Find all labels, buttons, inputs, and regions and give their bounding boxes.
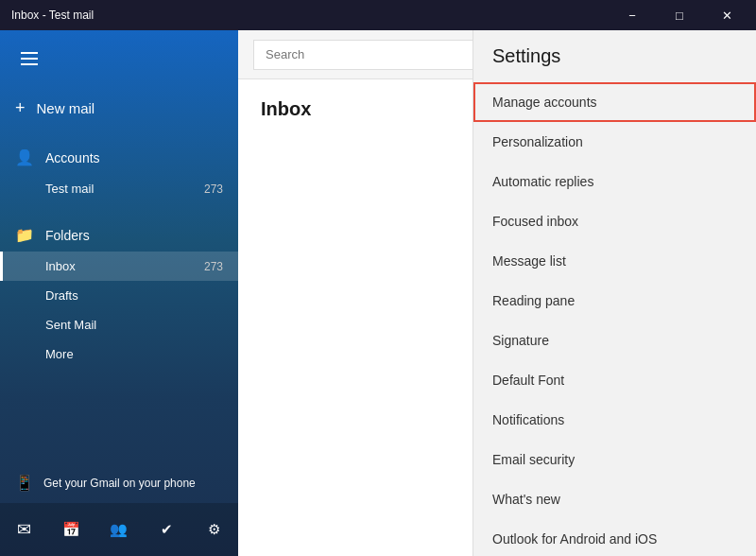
people-tab-button[interactable]: 👥 <box>96 507 142 552</box>
close-button[interactable]: ✕ <box>705 0 748 30</box>
title-bar: Inbox - Test mail − □ ✕ <box>0 0 756 30</box>
new-mail-button[interactable]: + New mail <box>0 83 238 133</box>
window-controls: − □ ✕ <box>610 0 748 30</box>
settings-whats-new[interactable]: What's new <box>473 479 756 519</box>
settings-reading-pane[interactable]: Reading pane <box>473 281 756 321</box>
settings-tab-button[interactable]: ⚙ <box>192 507 237 552</box>
folder-more-label: More <box>45 347 74 361</box>
mail-icon: ✉ <box>17 519 31 540</box>
hamburger-line-2 <box>21 58 38 60</box>
plus-icon: + <box>15 98 26 118</box>
phone-icon: 📱 <box>15 474 34 492</box>
app-body: + New mail 👤 Accounts Test mail 273 📁 Fo… <box>0 30 756 556</box>
new-mail-label: New mail <box>37 100 95 116</box>
folder-inbox-label: Inbox <box>45 259 76 273</box>
folder-icon: 📁 <box>15 226 34 244</box>
window-title: Inbox - Test mail <box>8 9 94 22</box>
settings-manage-accounts[interactable]: Manage accounts <box>473 82 756 122</box>
people-icon: 👥 <box>110 521 128 538</box>
folders-label: Folders <box>45 228 90 243</box>
accounts-label: Accounts <box>45 150 100 165</box>
settings-notifications[interactable]: Notifications <box>473 400 756 440</box>
folder-inbox[interactable]: Inbox 273 <box>0 252 238 281</box>
tasks-tab-button[interactable]: ✔ <box>144 507 189 552</box>
account-badge: 273 <box>204 182 223 196</box>
settings-email-security[interactable]: Email security <box>473 440 756 479</box>
folder-drafts[interactable]: Drafts <box>0 281 238 310</box>
sidebar-toolbar: ✉ 📅 👥 ✔ ⚙ <box>0 503 238 556</box>
gmail-promo-label: Get your Gmail on your phone <box>43 477 196 490</box>
hamburger-line-1 <box>21 52 38 54</box>
settings-list: Manage accounts Personalization Automati… <box>473 82 756 556</box>
settings-title: Settings <box>473 30 756 82</box>
gmail-promo[interactable]: 📱 Get your Gmail on your phone <box>0 462 238 503</box>
settings-focused-inbox[interactable]: Focused inbox <box>473 201 756 241</box>
folder-sent-label: Sent Mail <box>45 318 96 332</box>
sidebar: + New mail 👤 Accounts Test mail 273 📁 Fo… <box>0 30 238 556</box>
calendar-icon: 📅 <box>62 521 80 538</box>
tasks-icon: ✔ <box>161 521 173 538</box>
accounts-header: 👤 Accounts <box>0 141 238 174</box>
folders-header: 📁 Folders <box>0 218 238 252</box>
account-item-testmail[interactable]: Test mail 273 <box>0 174 238 203</box>
accounts-section: 👤 Accounts Test mail 273 <box>0 133 238 211</box>
settings-automatic-replies[interactable]: Automatic replies <box>473 162 756 201</box>
settings-personalization[interactable]: Personalization <box>473 122 756 162</box>
settings-signature[interactable]: Signature <box>473 321 756 360</box>
minimize-button[interactable]: − <box>610 0 654 30</box>
main-content: Inbox Settings Manage accounts Personali… <box>238 30 756 556</box>
person-icon: 👤 <box>15 148 34 166</box>
settings-outlook-mobile[interactable]: Outlook for Android and iOS <box>473 519 756 556</box>
settings-default-font[interactable]: Default Font <box>473 360 756 400</box>
folder-drafts-label: Drafts <box>45 288 78 303</box>
folder-sent[interactable]: Sent Mail <box>0 310 238 339</box>
folders-section: 📁 Folders Inbox 273 Drafts Sent Mail Mor… <box>0 211 238 376</box>
sidebar-top <box>0 30 238 83</box>
settings-icon: ⚙ <box>208 521 220 538</box>
settings-panel: Settings Manage accounts Personalization… <box>472 30 756 556</box>
folder-inbox-badge: 273 <box>204 260 223 273</box>
hamburger-button[interactable] <box>15 42 49 76</box>
account-name: Test mail <box>45 182 94 196</box>
mail-tab-button[interactable]: ✉ <box>1 507 46 552</box>
folder-more[interactable]: More <box>0 339 238 369</box>
maximize-button[interactable]: □ <box>658 0 701 30</box>
hamburger-line-3 <box>21 63 38 65</box>
calendar-tab-button[interactable]: 📅 <box>49 507 94 552</box>
settings-message-list[interactable]: Message list <box>473 241 756 281</box>
